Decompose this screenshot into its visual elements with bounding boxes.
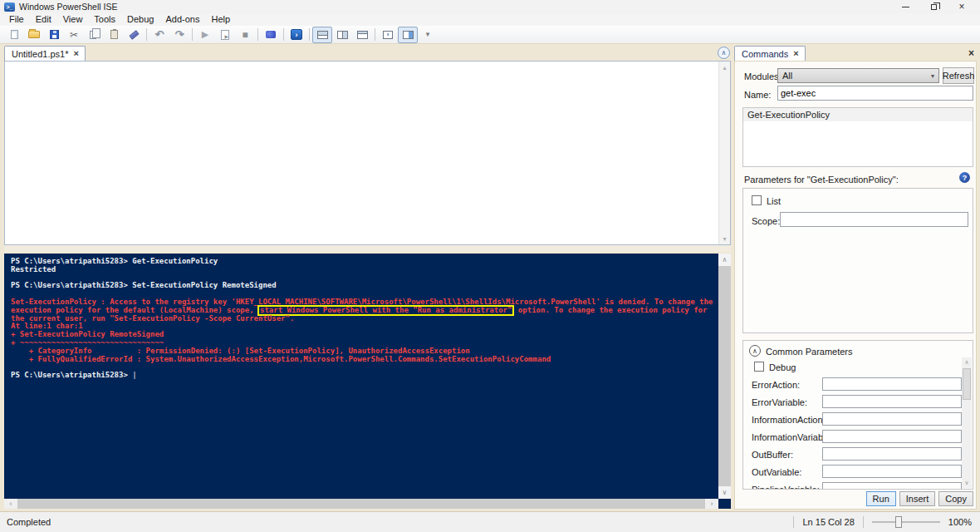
toolbar-overflow-button[interactable]: ▾ bbox=[418, 27, 438, 43]
undo-button[interactable]: ↶ bbox=[149, 27, 169, 43]
stop-operation-button[interactable]: ■ bbox=[235, 27, 255, 43]
zoom-slider-thumb[interactable] bbox=[895, 516, 902, 528]
zoom-level: 100% bbox=[948, 517, 972, 527]
menu-addons[interactable]: Add-ons bbox=[159, 13, 205, 26]
insert-button[interactable]: Insert bbox=[899, 491, 936, 506]
console-text: + Set-ExecutionPolicy RemoteSigned bbox=[11, 330, 164, 338]
script-tab-close-icon[interactable]: × bbox=[74, 50, 79, 57]
show-command-addon-button[interactable] bbox=[398, 27, 418, 43]
outvariable-input[interactable] bbox=[822, 465, 962, 478]
scrollbar-thumb[interactable] bbox=[963, 368, 971, 400]
common-parameters-title: Common Parameters bbox=[766, 347, 853, 357]
action-buttons: Run Insert Copy bbox=[866, 491, 973, 506]
commands-addon-pane: Commands × × Modules: All ▾ Refresh Name… bbox=[734, 46, 977, 510]
scroll-up-icon[interactable]: ∧ bbox=[718, 254, 731, 266]
menu-help[interactable]: Help bbox=[205, 13, 236, 26]
undo-icon: ↶ bbox=[155, 29, 164, 40]
pipelinevariable-input[interactable] bbox=[822, 482, 962, 490]
informationvariable-input[interactable] bbox=[822, 430, 962, 443]
show-script-pane-right-button[interactable] bbox=[332, 27, 352, 43]
toolbar-separator bbox=[283, 28, 284, 41]
console-vertical-scrollbar[interactable]: ∧ ∨ bbox=[718, 254, 731, 499]
new-remote-powershell-tab-button[interactable] bbox=[261, 27, 281, 43]
outbuffer-input[interactable] bbox=[822, 447, 962, 461]
script-tab[interactable]: Untitled1.ps1* × bbox=[4, 46, 86, 61]
console-text: the current user, run "Set-ExecutionPoli… bbox=[11, 314, 294, 323]
scroll-down-icon[interactable]: ▾ bbox=[723, 233, 726, 244]
paste-button[interactable] bbox=[104, 27, 124, 43]
editor-vertical-scrollbar[interactable]: ▴ ▾ bbox=[718, 62, 730, 244]
list-checkbox[interactable] bbox=[752, 195, 762, 205]
commands-tab[interactable]: Commands × bbox=[734, 46, 806, 61]
scroll-up-icon[interactable]: ∧ bbox=[962, 357, 972, 367]
cut-icon: ✂ bbox=[70, 30, 78, 40]
restore-button[interactable] bbox=[919, 0, 948, 13]
cut-button[interactable]: ✂ bbox=[64, 27, 84, 43]
name-input[interactable] bbox=[777, 86, 973, 101]
menu-file[interactable]: File bbox=[3, 13, 30, 26]
scroll-left-icon[interactable]: ‹ bbox=[4, 499, 17, 509]
script-tabstrip: Untitled1.ps1* × ∧ bbox=[4, 46, 731, 61]
script-tab-label: Untitled1.ps1* bbox=[12, 49, 69, 59]
errorvariable-input[interactable] bbox=[822, 395, 962, 408]
zoom-slider[interactable] bbox=[872, 516, 940, 528]
editor-horizontal-scrollbar[interactable] bbox=[4, 245, 731, 252]
copy-button[interactable] bbox=[84, 27, 104, 43]
redo-button[interactable]: ↷ bbox=[169, 27, 189, 43]
erroraction-input[interactable] bbox=[822, 377, 962, 391]
refresh-button[interactable]: Refresh bbox=[943, 67, 974, 84]
modules-select[interactable]: All ▾ bbox=[777, 68, 939, 83]
common-parameter-row: ErrorAction: bbox=[743, 377, 961, 394]
statusbar-separator bbox=[793, 516, 794, 528]
console-horizontal-scrollbar[interactable]: ‹ › bbox=[4, 499, 718, 509]
console-text: PS C:\Users\atripathi5283> Get-Execution… bbox=[11, 258, 218, 265]
scroll-down-icon[interactable]: ∨ bbox=[962, 478, 972, 488]
run-script-button[interactable]: ▶ bbox=[195, 27, 215, 43]
highlight-annotation: start Windows PowerShell with the "Run a… bbox=[257, 305, 514, 316]
addon-pane-close-icon[interactable]: × bbox=[968, 47, 974, 59]
close-button[interactable]: × bbox=[948, 0, 976, 13]
zoom-slider-track bbox=[872, 521, 940, 523]
close-icon: × bbox=[958, 2, 964, 11]
common-parameters-scrollbar[interactable]: ∧ ∨ bbox=[962, 357, 972, 488]
command-results-list[interactable]: Get-ExecutionPolicy bbox=[742, 107, 973, 167]
scroll-right-icon[interactable]: › bbox=[705, 499, 718, 509]
command-result-item[interactable]: Get-ExecutionPolicy bbox=[743, 108, 973, 121]
collapse-common-parameters-button[interactable]: ∧ bbox=[749, 345, 761, 357]
scroll-down-icon[interactable]: ∨ bbox=[718, 486, 731, 499]
collapse-script-pane-button[interactable]: ∧ bbox=[718, 47, 730, 59]
open-script-button[interactable] bbox=[24, 27, 44, 43]
informationaction-input[interactable] bbox=[822, 412, 962, 426]
commands-tab-close-icon[interactable]: × bbox=[793, 50, 798, 57]
console-line: Restricted bbox=[11, 266, 714, 274]
script-editor[interactable]: ▴ ▾ bbox=[4, 61, 731, 245]
menu-view[interactable]: View bbox=[57, 13, 89, 26]
console-line: PS C:\Users\atripathi5283> Set-Execution… bbox=[11, 282, 714, 290]
common-parameter-row: OutVariable: bbox=[743, 464, 961, 481]
common-parameter-label: InformationAction: bbox=[752, 415, 826, 425]
new-powershell-tab-button[interactable]: › bbox=[378, 27, 398, 43]
start-powershell-exe-button[interactable]: › bbox=[287, 27, 306, 43]
new-script-button[interactable] bbox=[4, 27, 24, 43]
menu-debug[interactable]: Debug bbox=[121, 13, 159, 26]
save-script-button[interactable] bbox=[44, 27, 64, 43]
common-parameter-row: InformationVariable: bbox=[743, 429, 961, 446]
debug-checkbox[interactable] bbox=[754, 362, 764, 372]
console-text: option. To change the execution policy f… bbox=[513, 306, 707, 314]
scroll-up-icon[interactable]: ▴ bbox=[723, 62, 726, 73]
run-button[interactable]: Run bbox=[866, 491, 896, 506]
clear-console-pane-button[interactable] bbox=[124, 27, 144, 43]
console-pane[interactable]: PS C:\Users\atripathi5283> Get-Execution… bbox=[4, 254, 731, 509]
show-script-pane-maximized-button[interactable] bbox=[352, 27, 372, 43]
menu-edit[interactable]: Edit bbox=[30, 13, 57, 26]
run-selection-button[interactable]: ▶ bbox=[215, 27, 235, 43]
copy-button[interactable]: Copy bbox=[938, 491, 973, 506]
scope-input[interactable] bbox=[780, 212, 968, 227]
copy-icon bbox=[90, 31, 96, 39]
list-checkbox-label: List bbox=[767, 196, 781, 206]
minimize-button[interactable] bbox=[891, 0, 919, 13]
show-script-pane-top-button[interactable] bbox=[312, 27, 332, 43]
help-icon[interactable]: ? bbox=[959, 172, 970, 183]
toolbar-separator bbox=[309, 28, 310, 41]
menu-tools[interactable]: Tools bbox=[88, 13, 121, 26]
